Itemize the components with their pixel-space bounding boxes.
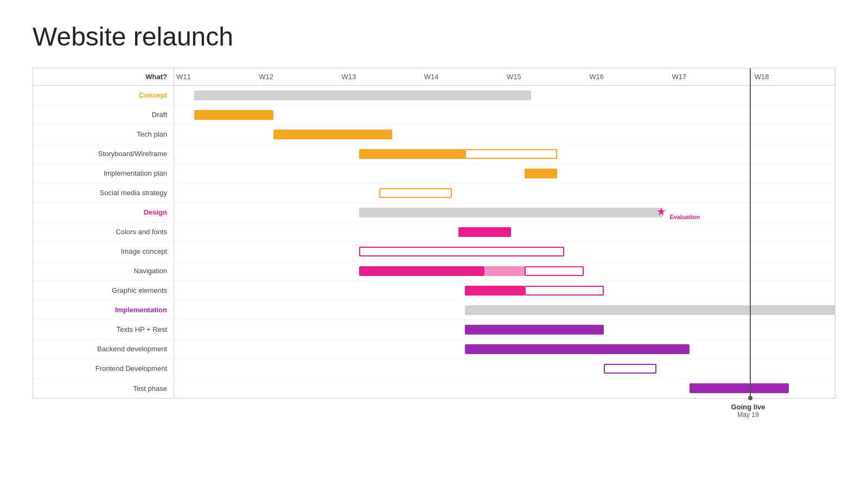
bar xyxy=(604,364,656,374)
row-label-social: Social media strategy xyxy=(33,183,174,202)
week-w12: W12 xyxy=(257,68,339,85)
row-label-design: Design xyxy=(33,203,174,222)
bar xyxy=(484,266,524,276)
table-row: Navigation xyxy=(33,261,835,281)
gantt-header: What? W11 W12 W13 W14 W15 W16 W17 W18 xyxy=(33,68,835,86)
evaluation-label: Evaluation xyxy=(670,214,700,220)
table-row: Frontend Development xyxy=(33,359,835,378)
row-bars-draft xyxy=(174,105,835,124)
gantt-body: Concept Draft Tech plan xyxy=(33,86,835,398)
row-label-tech-plan: Tech plan xyxy=(33,125,174,144)
row-bars-frontend xyxy=(174,359,835,378)
table-row: Texts HP + Rest xyxy=(33,320,835,339)
page-title: Website relaunch xyxy=(33,22,835,52)
row-label-backend: Backend development xyxy=(33,339,174,358)
going-live-vertical-line xyxy=(750,68,751,398)
table-row: Test phase xyxy=(33,378,835,398)
row-label-image: Image concept xyxy=(33,242,174,261)
row-label-impl-plan: Implementation plan xyxy=(33,164,174,183)
bar xyxy=(465,344,690,354)
table-row: Design ★ Evaluation xyxy=(33,203,835,222)
row-bars-image xyxy=(174,242,835,261)
table-row: Storyboard/Wireframe xyxy=(33,144,835,164)
row-bars-design: ★ Evaluation xyxy=(174,203,835,222)
table-row: Graphic elements xyxy=(33,281,835,300)
row-bars-test xyxy=(174,378,835,398)
week-w14: W14 xyxy=(422,68,505,85)
bar xyxy=(379,188,452,198)
row-label-concept: Concept xyxy=(33,86,174,105)
bar xyxy=(525,169,558,178)
bar xyxy=(273,130,392,139)
row-bars-storyboard xyxy=(174,144,835,163)
row-bars-backend xyxy=(174,339,835,358)
row-bars-impl-plan xyxy=(174,164,835,183)
what-header: What? xyxy=(33,68,174,85)
table-row: Colors and fonts xyxy=(33,222,835,242)
bar xyxy=(458,227,511,237)
row-bars-texts xyxy=(174,320,835,339)
row-label-texts: Texts HP + Rest xyxy=(33,320,174,339)
evaluation-star-icon: ★ xyxy=(656,204,666,217)
bar xyxy=(525,266,584,276)
row-label-navigation: Navigation xyxy=(33,261,174,280)
row-label-graphic: Graphic elements xyxy=(33,281,174,300)
bar xyxy=(359,247,564,256)
table-row: Draft xyxy=(33,105,835,125)
going-live-label: Going live xyxy=(731,403,765,411)
row-bars-tech-plan xyxy=(174,125,835,144)
page: Website relaunch What? W11 W12 W13 W14 W… xyxy=(0,0,868,414)
table-row: Social media strategy xyxy=(33,183,835,203)
row-label-colors: Colors and fonts xyxy=(33,222,174,241)
going-live-text: Going live May 19 xyxy=(731,403,765,419)
table-row: Image concept xyxy=(33,242,835,261)
bar xyxy=(194,110,273,120)
table-row: Tech plan xyxy=(33,125,835,144)
bar xyxy=(359,266,484,276)
bar xyxy=(359,149,465,159)
week-w16: W16 xyxy=(587,68,669,85)
row-label-implementation: Implementation xyxy=(33,300,174,319)
row-bars-navigation xyxy=(174,261,835,280)
week-w18: W18 xyxy=(752,68,835,85)
table-row: Backend development xyxy=(33,339,835,359)
bar xyxy=(465,325,604,335)
bar xyxy=(465,286,525,296)
bar xyxy=(465,149,558,159)
bar xyxy=(359,208,663,217)
row-label-test: Test phase xyxy=(33,378,174,398)
row-label-storyboard: Storyboard/Wireframe xyxy=(33,144,174,163)
bar xyxy=(690,383,789,393)
week-w11: W11 xyxy=(174,68,257,85)
row-bars-concept xyxy=(174,86,835,105)
table-row: Implementation xyxy=(33,300,835,320)
row-bars-implementation xyxy=(174,300,835,319)
week-w13: W13 xyxy=(340,68,422,85)
week-w17: W17 xyxy=(670,68,752,85)
row-bars-social xyxy=(174,183,835,202)
going-live-date: May 19 xyxy=(731,411,765,419)
row-bars-graphic xyxy=(174,281,835,300)
bar xyxy=(194,91,531,100)
bar xyxy=(525,286,604,296)
row-label-frontend: Frontend Development xyxy=(33,359,174,378)
table-row: Concept xyxy=(33,86,835,105)
bar xyxy=(465,305,835,315)
weeks-header: W11 W12 W13 W14 W15 W16 W17 W18 xyxy=(174,68,835,85)
gantt-chart: What? W11 W12 W13 W14 W15 W16 W17 W18 Co… xyxy=(33,68,835,399)
week-w15: W15 xyxy=(505,68,587,85)
table-row: Implementation plan xyxy=(33,164,835,183)
row-label-draft: Draft xyxy=(33,105,174,124)
row-bars-colors xyxy=(174,222,835,241)
